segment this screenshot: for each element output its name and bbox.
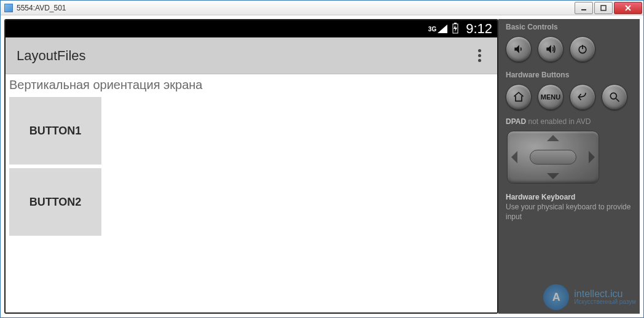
basic-controls-row bbox=[506, 36, 635, 62]
minimize-icon bbox=[580, 4, 587, 12]
dpad-control bbox=[507, 131, 599, 184]
action-bar-title: LayoutFiles bbox=[17, 48, 86, 64]
network-label: 3G bbox=[428, 26, 436, 33]
watermark: A intellect.icu Искусственный разум bbox=[543, 284, 636, 310]
close-button[interactable] bbox=[614, 2, 642, 14]
volume-down-icon bbox=[512, 43, 525, 55]
dpad-left-icon bbox=[511, 151, 517, 163]
search-button[interactable] bbox=[602, 84, 627, 110]
maximize-button[interactable] bbox=[594, 2, 613, 14]
battery-icon bbox=[452, 23, 458, 36]
back-button[interactable] bbox=[570, 84, 595, 110]
back-icon bbox=[576, 91, 589, 103]
keyboard-note: Use your physical keyboard to provide in… bbox=[506, 203, 630, 221]
svg-marker-4 bbox=[438, 25, 447, 33]
orientation-textview: Вертикальная ориентация экрана bbox=[9, 78, 493, 92]
keyboard-note-block: Hardware Keyboard Use your physical keyb… bbox=[506, 192, 635, 222]
keyboard-heading: Hardware Keyboard bbox=[506, 192, 635, 202]
client-area: 3G 9:12 LayoutFiles Вертикальная орие bbox=[1, 15, 643, 317]
app-content: Вертикальная ориентация экрана BUTTON1 B… bbox=[6, 74, 497, 312]
hardware-buttons-heading: Hardware Buttons bbox=[506, 71, 635, 79]
watermark-subtitle: Искусственный разум bbox=[574, 299, 636, 305]
button1[interactable]: BUTTON1 bbox=[9, 97, 101, 165]
button2[interactable]: BUTTON2 bbox=[9, 168, 101, 236]
overflow-dots-icon bbox=[478, 49, 481, 52]
home-button[interactable] bbox=[506, 84, 532, 110]
hardware-buttons-row: MENU bbox=[506, 84, 635, 110]
dpad-heading: DPAD not enabled in AVD bbox=[506, 117, 635, 126]
overflow-menu-button[interactable] bbox=[473, 44, 486, 67]
power-button[interactable] bbox=[570, 36, 595, 62]
search-icon bbox=[608, 91, 621, 103]
emulator-sidebar: Basic Controls Hardware Buttons MENU bbox=[498, 19, 640, 314]
svg-point-10 bbox=[610, 93, 616, 99]
dpad-down-icon bbox=[547, 173, 559, 179]
menu-button[interactable]: MENU bbox=[538, 84, 564, 110]
svg-line-11 bbox=[616, 99, 619, 102]
power-icon bbox=[576, 43, 589, 55]
home-icon bbox=[512, 91, 525, 103]
window-controls bbox=[573, 2, 642, 14]
volume-up-button[interactable] bbox=[538, 36, 564, 62]
volume-up-icon bbox=[544, 43, 557, 55]
dpad-center-icon bbox=[530, 150, 576, 165]
watermark-brand: intellect.icu bbox=[574, 289, 622, 299]
volume-down-button[interactable] bbox=[506, 36, 532, 62]
app-icon bbox=[4, 4, 13, 12]
svg-rect-1 bbox=[601, 6, 606, 10]
device-screen: 3G 9:12 LayoutFiles Вертикальная орие bbox=[4, 19, 498, 314]
close-icon bbox=[624, 4, 632, 12]
android-action-bar: LayoutFiles bbox=[6, 37, 497, 74]
network-indicator-icon: 3G bbox=[428, 25, 447, 33]
minimize-button[interactable] bbox=[575, 2, 593, 14]
window-titlebar: 5554:AVD_501 bbox=[1, 1, 643, 15]
maximize-icon bbox=[600, 4, 607, 12]
dpad-up-icon bbox=[547, 135, 559, 141]
watermark-logo-icon: A bbox=[543, 284, 569, 310]
window-title: 5554:AVD_501 bbox=[17, 4, 573, 12]
svg-marker-7 bbox=[454, 25, 457, 32]
emulator-window: 5554:AVD_501 3G 9 bbox=[0, 0, 644, 318]
android-status-bar: 3G 9:12 bbox=[6, 20, 497, 37]
basic-controls-heading: Basic Controls bbox=[506, 23, 635, 31]
dpad-disabled-note: not enabled in AVD bbox=[528, 117, 591, 126]
dpad-right-icon bbox=[589, 151, 595, 163]
status-clock: 9:12 bbox=[466, 21, 492, 37]
svg-rect-6 bbox=[454, 23, 457, 24]
signal-icon bbox=[438, 25, 447, 33]
dpad-label: DPAD bbox=[506, 117, 526, 126]
